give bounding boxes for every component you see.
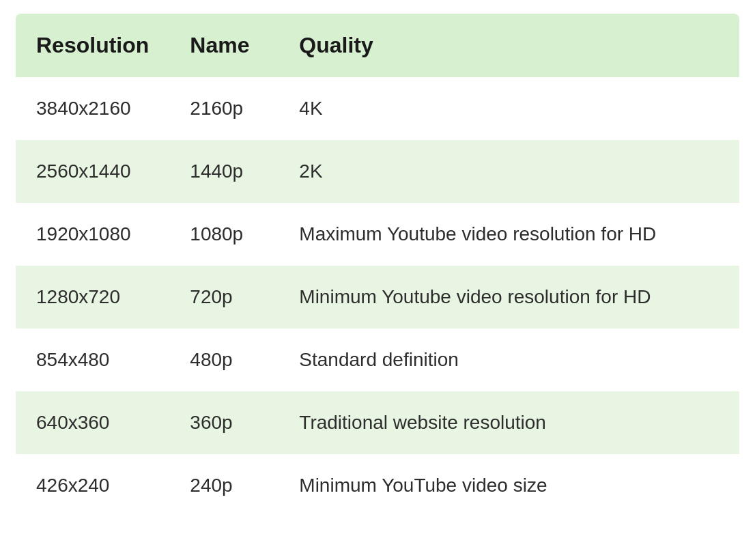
table-row: 3840x21602160p4K [16,77,739,140]
cell-resolution: 426x240 [16,454,169,517]
table-row: 640x360360pTraditional website resolutio… [16,391,739,454]
cell-name: 360p [169,391,279,454]
cell-resolution: 1920x1080 [16,203,169,266]
cell-name: 2160p [169,77,279,140]
cell-name: 1440p [169,140,279,203]
table-row: 2560x14401440p2K [16,140,739,203]
cell-quality: Minimum Youtube video resolution for HD [279,266,739,328]
cell-quality: Standard definition [279,328,739,391]
cell-resolution: 854x480 [16,328,169,391]
cell-quality: Minimum YouTube video size [279,454,739,517]
resolution-table: Resolution Name Quality 3840x21602160p4K… [16,14,739,517]
cell-name: 480p [169,328,279,391]
cell-quality: 2K [279,140,739,203]
cell-name: 240p [169,454,279,517]
cell-resolution: 1280x720 [16,266,169,328]
table-header-row: Resolution Name Quality [16,14,739,77]
cell-resolution: 640x360 [16,391,169,454]
table-row: 1280x720720pMinimum Youtube video resolu… [16,266,739,328]
cell-name: 1080p [169,203,279,266]
cell-resolution: 2560x1440 [16,140,169,203]
cell-resolution: 3840x2160 [16,77,169,140]
header-resolution: Resolution [16,14,169,77]
cell-name: 720p [169,266,279,328]
cell-quality: Traditional website resolution [279,391,739,454]
cell-quality: Maximum Youtube video resolution for HD [279,203,739,266]
table-row: 854x480480pStandard definition [16,328,739,391]
header-name: Name [169,14,279,77]
table-row: 426x240240pMinimum YouTube video size [16,454,739,517]
header-quality: Quality [279,14,739,77]
table-row: 1920x10801080pMaximum Youtube video reso… [16,203,739,266]
cell-quality: 4K [279,77,739,140]
